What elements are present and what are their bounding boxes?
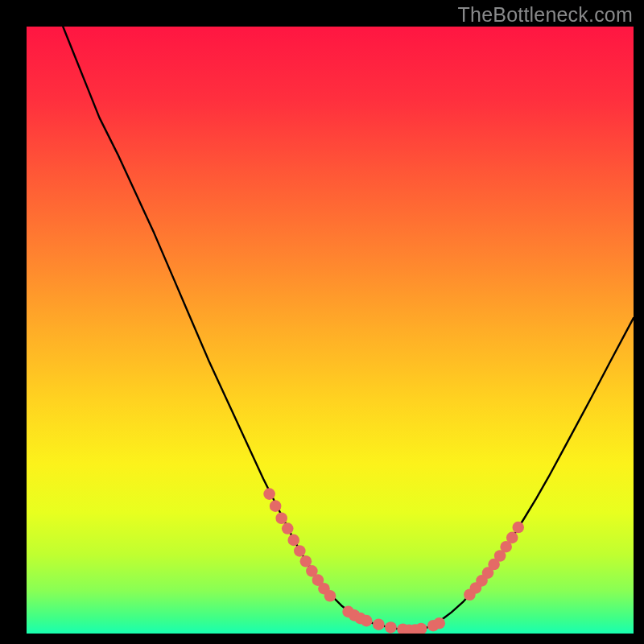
- marker-left-markers: [263, 488, 275, 500]
- marker-left-markers: [361, 615, 373, 627]
- marker-left-markers: [385, 621, 397, 634]
- marker-left-markers: [275, 512, 287, 524]
- series-left-branch: [63, 27, 409, 630]
- marker-left-markers: [287, 535, 299, 547]
- chart-frame: TheBottleneck.com: [0, 0, 644, 644]
- bottleneck-curve: [27, 27, 634, 634]
- marker-left-markers: [300, 555, 312, 568]
- marker-left-markers: [324, 590, 336, 602]
- marker-left-markers: [373, 618, 385, 630]
- series-right-branch: [409, 318, 634, 630]
- plot-area: [27, 27, 634, 634]
- marker-left-markers: [282, 522, 294, 535]
- marker-left-markers: [294, 545, 306, 557]
- marker-right-markers: [506, 532, 518, 544]
- marker-right-markers: [512, 522, 524, 534]
- watermark-text: TheBottleneck.com: [458, 3, 633, 27]
- marker-left-markers: [270, 500, 282, 512]
- marker-left-markers: [433, 617, 445, 630]
